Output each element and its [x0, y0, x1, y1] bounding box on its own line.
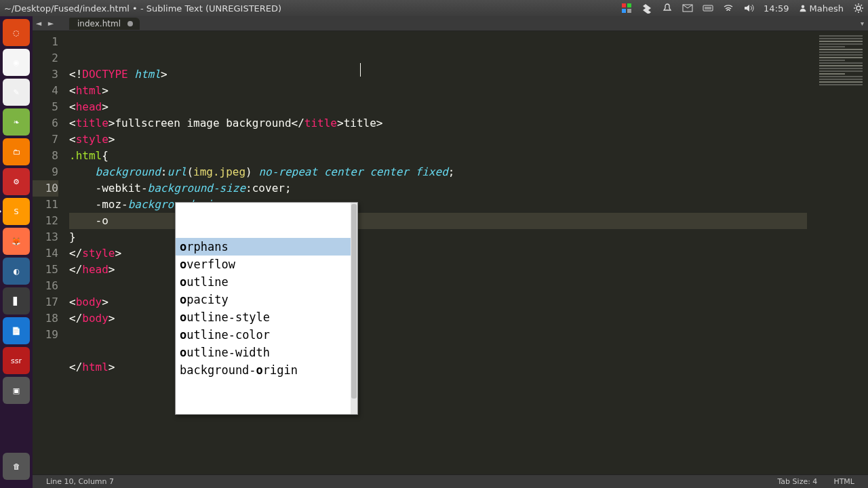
line-number: 8: [33, 148, 58, 164]
line-number: 15: [33, 262, 58, 278]
launcher-software[interactable]: ⚙: [3, 168, 30, 195]
line-number: 11: [33, 197, 58, 213]
svg-rect-0: [622, 3, 626, 7]
launcher-dash[interactable]: ◌: [3, 19, 30, 46]
launcher-midori[interactable]: ❧: [3, 108, 30, 136]
launcher-chrome[interactable]: ◉: [3, 49, 30, 76]
autocomplete-item[interactable]: outline: [176, 273, 357, 291]
nav-back[interactable]: ◄: [33, 19, 45, 28]
autocomplete-scrollbar[interactable]: [351, 203, 357, 414]
svg-rect-3: [627, 9, 631, 13]
clock[interactable]: 14:59: [764, 3, 789, 14]
line-number: 2: [33, 50, 58, 66]
launcher-firefox[interactable]: 🦊: [3, 228, 30, 255]
line-number: 4: [33, 83, 58, 99]
code-line[interactable]: -webkit-background-size:cover;: [69, 180, 807, 197]
status-position[interactable]: Line 10, Column 7: [38, 477, 122, 486]
dropbox-icon[interactable]: [642, 3, 652, 14]
launcher-libre[interactable]: 📄: [3, 317, 30, 344]
line-number: 13: [33, 229, 58, 245]
minimap-content: [819, 35, 863, 87]
status-bar: Line 10, Column 7 Tab Size: 4 HTML: [33, 474, 868, 488]
launcher-ssr[interactable]: ssr: [3, 347, 30, 374]
line-number: 16: [33, 278, 58, 294]
line-number: 17: [33, 294, 58, 310]
code-line[interactable]: <html>: [69, 83, 807, 99]
line-number: 6: [33, 115, 58, 131]
status-tabsize[interactable]: Tab Size: 4: [769, 477, 825, 486]
launcher-app1[interactable]: ◐: [3, 258, 30, 285]
workspace-icon[interactable]: [621, 3, 632, 14]
sublime-window: ◄ ► index.html ▾ 12345678910111213141516…: [33, 16, 868, 474]
autocomplete-item[interactable]: orphans: [176, 238, 357, 256]
tab-filename: index.html: [77, 19, 121, 28]
panel-indicators: 14:59 Mahesh: [621, 3, 864, 14]
code-line[interactable]: <style>: [69, 131, 807, 148]
launcher-files[interactable]: 🗀: [3, 138, 30, 165]
tab-bar: ◄ ► index.html ▾: [33, 16, 868, 31]
autocomplete-item[interactable]: outline-color: [176, 326, 357, 344]
top-panel: ~/Desktop/Fused/index.html • - Sublime T…: [0, 0, 868, 16]
code-line[interactable]: <head>: [69, 99, 807, 115]
mail-icon[interactable]: [682, 3, 693, 14]
editor[interactable]: 12345678910111213141516171819 <!DOCTYPE …: [33, 31, 868, 474]
status-syntax[interactable]: HTML: [825, 477, 863, 486]
nav-forward[interactable]: ►: [45, 19, 57, 28]
code-line[interactable]: background:url(img.jpeg) no-repeat cente…: [69, 164, 807, 180]
line-number: 12: [33, 213, 58, 229]
autocomplete-item[interactable]: background-origin: [176, 361, 357, 379]
minimap[interactable]: [807, 31, 868, 474]
code-line[interactable]: .html{: [69, 148, 807, 164]
line-number: 7: [33, 131, 58, 148]
line-number: 5: [33, 99, 58, 115]
svg-rect-2: [622, 9, 626, 13]
volume-icon[interactable]: [743, 3, 754, 14]
gear-icon[interactable]: [853, 3, 864, 14]
wifi-icon[interactable]: [723, 3, 734, 14]
line-number: 9: [33, 164, 58, 180]
dirty-indicator-icon: [127, 21, 133, 26]
line-number: 10: [33, 180, 58, 197]
code-line[interactable]: <title>fullscreen image background</titl…: [69, 115, 807, 131]
svg-point-9: [856, 6, 861, 10]
line-number: 18: [33, 310, 58, 327]
launcher-sublime[interactable]: S: [3, 198, 30, 225]
keyboard-icon[interactable]: [703, 3, 713, 14]
svg-point-8: [801, 5, 804, 9]
svg-rect-5: [703, 5, 713, 11]
autocomplete-item[interactable]: opacity: [176, 291, 357, 308]
autocomplete-item[interactable]: overflow: [176, 256, 357, 273]
svg-rect-1: [627, 3, 631, 7]
line-number: 19: [33, 327, 58, 343]
unity-launcher: ◌◉✎❧🗀⚙S🦊◐▋📄ssr▣🗑: [0, 16, 33, 488]
launcher-app2[interactable]: ▋: [3, 287, 30, 314]
line-number: 14: [33, 245, 58, 262]
autocomplete-popup[interactable]: orphansoverflowoutlineopacityoutline-sty…: [175, 202, 358, 415]
file-tab[interactable]: index.html: [69, 18, 140, 30]
code-line[interactable]: <!DOCTYPE html>: [69, 66, 807, 83]
launcher-term[interactable]: ▣: [3, 377, 30, 404]
tab-menu-icon[interactable]: ▾: [861, 20, 868, 27]
line-number: 3: [33, 66, 58, 83]
window-title: ~/Desktop/Fused/index.html • - Sublime T…: [4, 3, 621, 14]
user-menu[interactable]: Mahesh: [799, 3, 844, 14]
text-cursor: [360, 63, 361, 77]
line-number: 1: [33, 34, 58, 50]
autocomplete-item[interactable]: outline-style: [176, 308, 357, 326]
code-area[interactable]: <!DOCTYPE html><html><head><title>fullsc…: [66, 31, 807, 474]
line-gutter: 12345678910111213141516171819: [33, 31, 66, 474]
launcher-gedit[interactable]: ✎: [3, 79, 30, 106]
launcher-trash[interactable]: 🗑: [3, 453, 30, 480]
bell-icon[interactable]: [662, 3, 673, 14]
autocomplete-item[interactable]: outline-width: [176, 344, 357, 361]
